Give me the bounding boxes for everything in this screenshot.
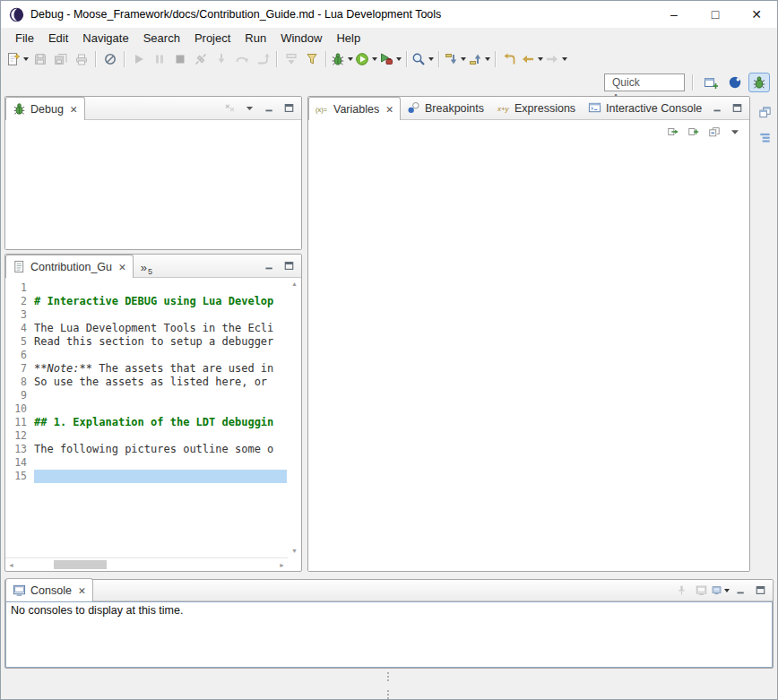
scroll-down-icon[interactable]: ▼ bbox=[291, 548, 298, 554]
debug-view-content[interactable] bbox=[5, 120, 301, 249]
window-minimize-button[interactable]: – bbox=[653, 1, 695, 28]
menu-help[interactable]: Help bbox=[329, 29, 367, 48]
scroll-right-icon[interactable]: ► bbox=[279, 562, 285, 568]
editor-line[interactable]: 12 bbox=[5, 429, 301, 443]
remove-terminated-button[interactable] bbox=[220, 99, 238, 117]
tab-console[interactable]: Console ✕ bbox=[5, 578, 93, 601]
editor-line[interactable]: 11## 1. Explanation of the LDT debuggin bbox=[5, 416, 301, 429]
editor-line[interactable]: 9 bbox=[5, 389, 301, 402]
use-step-filters-button[interactable] bbox=[302, 49, 321, 69]
window-maximize-button[interactable]: □ bbox=[695, 1, 736, 28]
tab-debug[interactable]: Debug ✕ bbox=[5, 97, 85, 120]
last-edit-location-button[interactable] bbox=[500, 49, 519, 69]
step-over-button[interactable] bbox=[232, 49, 251, 69]
restore-view-button[interactable] bbox=[756, 103, 774, 121]
save-all-button[interactable] bbox=[51, 49, 70, 69]
forward-button[interactable] bbox=[545, 49, 567, 69]
lua-perspective-button[interactable] bbox=[724, 73, 746, 92]
show-logical-structures-button[interactable] bbox=[685, 124, 703, 141]
tab-variables[interactable]: (x)= Variables ✕ bbox=[308, 97, 401, 120]
debug-perspective-button[interactable] bbox=[748, 73, 770, 92]
search-button[interactable] bbox=[411, 49, 434, 69]
dropdown-caret-icon[interactable] bbox=[396, 57, 402, 61]
menu-navigate[interactable]: Navigate bbox=[75, 29, 135, 48]
editor-vertical-scrollbar[interactable]: ▲ ▼ bbox=[288, 278, 301, 557]
editor-line[interactable]: 13The following pictures outline some o bbox=[5, 443, 301, 456]
show-type-names-button[interactable] bbox=[664, 124, 682, 141]
next-annotation-button[interactable] bbox=[444, 49, 466, 69]
new-wizard-button[interactable] bbox=[6, 49, 29, 69]
debug-button[interactable] bbox=[331, 49, 353, 69]
menu-file[interactable]: File bbox=[8, 29, 41, 48]
dropdown-caret-icon[interactable] bbox=[538, 57, 543, 61]
editor-horizontal-scrollbar[interactable]: ◄ ► bbox=[5, 557, 288, 571]
disconnect-button[interactable] bbox=[191, 49, 210, 69]
dropdown-caret-icon[interactable] bbox=[461, 57, 466, 61]
editor-line[interactable]: 15 bbox=[5, 470, 301, 483]
view-menu-button[interactable] bbox=[726, 124, 744, 141]
minimize-view-button[interactable] bbox=[260, 257, 278, 274]
save-button[interactable] bbox=[30, 49, 49, 69]
editor-line[interactable]: 1 bbox=[5, 281, 301, 295]
print-button[interactable] bbox=[72, 49, 91, 69]
close-icon[interactable]: ✕ bbox=[70, 104, 78, 115]
terminate-button[interactable] bbox=[170, 49, 189, 69]
minimize-view-button[interactable] bbox=[731, 582, 749, 599]
outline-view-button[interactable] bbox=[756, 129, 774, 147]
editor-line[interactable]: 14 bbox=[5, 456, 301, 470]
view-menu-button[interactable] bbox=[240, 99, 258, 117]
tab-expressions[interactable]: x+y Expressions bbox=[490, 97, 582, 119]
previous-annotation-button[interactable] bbox=[468, 49, 490, 69]
tab-breakpoints[interactable]: Breakpoints bbox=[401, 97, 490, 119]
editor-line[interactable]: 4The Lua Development Tools in the Ecli bbox=[5, 322, 301, 335]
editor-lines[interactable]: 12# Interactive DEBUG using Lua Develop3… bbox=[5, 278, 301, 557]
step-return-button[interactable] bbox=[253, 49, 272, 69]
variables-content[interactable] bbox=[308, 143, 749, 571]
editor-line[interactable]: 5Read this section to setup a debugger bbox=[5, 335, 301, 349]
scroll-left-icon[interactable]: ◄ bbox=[8, 562, 14, 568]
dropdown-caret-icon[interactable] bbox=[428, 57, 434, 61]
dropdown-caret-icon[interactable] bbox=[348, 57, 353, 61]
back-button[interactable] bbox=[521, 49, 543, 69]
editor-line[interactable]: 2# Interactive DEBUG using Lua Develop bbox=[5, 295, 301, 308]
window-close-button[interactable]: ✕ bbox=[736, 1, 777, 28]
tab-interactive-console[interactable]: Interactive Console bbox=[582, 97, 708, 119]
maximize-view-button[interactable] bbox=[280, 99, 298, 117]
close-icon[interactable]: ✕ bbox=[385, 104, 393, 115]
sash-grip[interactable] bbox=[387, 672, 391, 676]
drop-to-frame-button[interactable] bbox=[281, 49, 300, 69]
step-into-button[interactable] bbox=[212, 49, 230, 69]
menu-run[interactable]: Run bbox=[238, 29, 273, 48]
editor-line[interactable]: 3 bbox=[5, 308, 301, 322]
collapse-all-button[interactable] bbox=[705, 124, 723, 141]
menu-edit[interactable]: Edit bbox=[41, 29, 75, 48]
console-content[interactable]: No consoles to display at this time. bbox=[5, 601, 773, 668]
menu-project[interactable]: Project bbox=[187, 29, 238, 48]
close-icon[interactable]: ✕ bbox=[118, 262, 126, 272]
editor-line[interactable]: 10 bbox=[5, 402, 301, 416]
resize-grip[interactable] bbox=[387, 690, 391, 694]
scroll-up-icon[interactable]: ▲ bbox=[291, 281, 298, 287]
dropdown-caret-icon[interactable] bbox=[485, 57, 490, 61]
maximize-view-button[interactable] bbox=[280, 257, 298, 274]
open-perspective-button[interactable] bbox=[700, 73, 722, 92]
suspend-button[interactable] bbox=[150, 49, 169, 69]
skip-all-breakpoints-button[interactable] bbox=[100, 49, 119, 69]
menu-window[interactable]: Window bbox=[273, 29, 329, 48]
resume-button[interactable] bbox=[129, 49, 148, 69]
minimize-view-button[interactable] bbox=[708, 99, 726, 117]
external-tools-button[interactable] bbox=[379, 49, 402, 69]
editor-line[interactable]: 7**Note:** The assets that are used in bbox=[5, 362, 301, 376]
scrollbar-thumb[interactable] bbox=[54, 560, 108, 569]
minimize-view-button[interactable] bbox=[260, 99, 278, 117]
tab-contribution-guide[interactable]: Contribution_Gu ✕ bbox=[5, 255, 134, 278]
editor-tab-overflow[interactable]: » 5 bbox=[134, 261, 160, 277]
maximize-view-button[interactable] bbox=[751, 582, 769, 599]
menu-search[interactable]: Search bbox=[136, 29, 187, 48]
display-selected-console-button[interactable] bbox=[692, 582, 710, 599]
editor-line[interactable]: 8So use the assets as listed here, or bbox=[5, 376, 301, 389]
open-console-button[interactable] bbox=[712, 582, 730, 599]
dropdown-caret-icon[interactable] bbox=[724, 589, 730, 592]
editor-line[interactable]: 6 bbox=[5, 349, 301, 362]
maximize-view-button[interactable] bbox=[728, 99, 746, 117]
